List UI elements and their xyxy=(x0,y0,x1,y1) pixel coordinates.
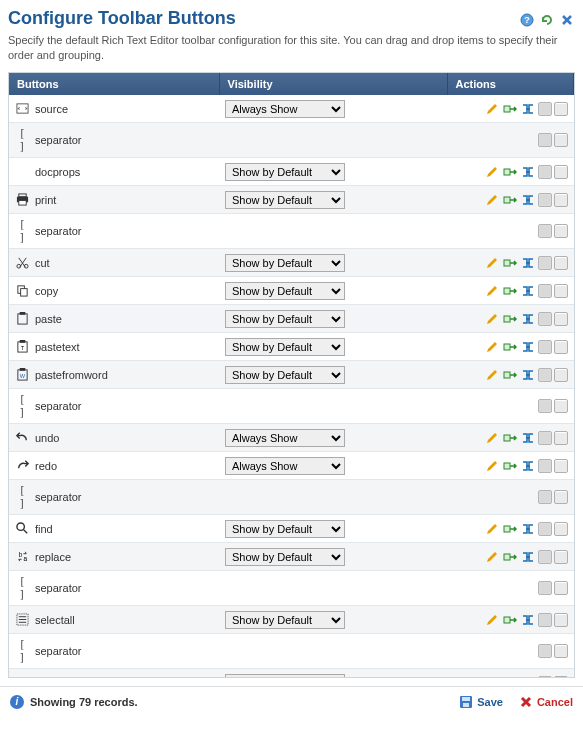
disk-icon[interactable] xyxy=(538,102,552,116)
visibility-select[interactable]: Always ShowShow by DefaultHide by Defaul… xyxy=(225,674,345,678)
move-icon[interactable] xyxy=(502,255,518,271)
edit-icon[interactable] xyxy=(484,675,500,678)
cancel-button[interactable]: Cancel xyxy=(519,695,573,709)
table-row[interactable]: [ ]separator xyxy=(9,214,574,249)
visibility-select[interactable]: Always ShowShow by DefaultHide by Defaul… xyxy=(225,366,345,384)
move-icon[interactable] xyxy=(502,283,518,299)
disk-icon[interactable] xyxy=(538,522,552,536)
close-icon[interactable] xyxy=(559,12,575,28)
move-icon[interactable] xyxy=(502,549,518,565)
visibility-select[interactable]: Always ShowShow by DefaultHide by Defaul… xyxy=(225,548,345,566)
visibility-select[interactable]: Always ShowShow by DefaultHide by Defaul… xyxy=(225,611,345,629)
move-icon[interactable] xyxy=(502,521,518,537)
edit-icon[interactable] xyxy=(484,255,500,271)
visibility-select[interactable]: Always ShowShow by DefaultHide by Defaul… xyxy=(225,282,345,300)
table-row[interactable]: TpastetextAlways ShowShow by DefaultHide… xyxy=(9,333,574,361)
group-icon[interactable] xyxy=(520,367,536,383)
check-icon[interactable] xyxy=(554,133,568,147)
edit-icon[interactable] xyxy=(484,458,500,474)
check-icon[interactable] xyxy=(554,490,568,504)
col-visibility[interactable]: Visibility xyxy=(219,73,447,95)
table-row[interactable]: printAlways ShowShow by DefaultHide by D… xyxy=(9,186,574,214)
check-icon[interactable] xyxy=(554,459,568,473)
visibility-select[interactable]: Always ShowShow by DefaultHide by Defaul… xyxy=(225,100,345,118)
edit-icon[interactable] xyxy=(484,283,500,299)
move-icon[interactable] xyxy=(502,192,518,208)
disk-icon[interactable] xyxy=(538,431,552,445)
move-icon[interactable] xyxy=(502,675,518,678)
check-icon[interactable] xyxy=(554,644,568,658)
refresh-icon[interactable] xyxy=(539,12,555,28)
edit-icon[interactable] xyxy=(484,549,500,565)
group-icon[interactable] xyxy=(520,549,536,565)
group-icon[interactable] xyxy=(520,612,536,628)
move-icon[interactable] xyxy=(502,367,518,383)
disk-icon[interactable] xyxy=(538,581,552,595)
disk-icon[interactable] xyxy=(538,165,552,179)
group-icon[interactable] xyxy=(520,255,536,271)
group-icon[interactable] xyxy=(520,430,536,446)
visibility-select[interactable]: Always ShowShow by DefaultHide by Defaul… xyxy=(225,338,345,356)
disk-icon[interactable] xyxy=(538,340,552,354)
move-icon[interactable] xyxy=(502,164,518,180)
edit-icon[interactable] xyxy=(484,101,500,117)
table-row[interactable]: sourceAlways ShowShow by DefaultHide by … xyxy=(9,95,574,123)
visibility-select[interactable]: Always ShowShow by DefaultHide by Defaul… xyxy=(225,310,345,328)
table-row[interactable]: selectallAlways ShowShow by DefaultHide … xyxy=(9,606,574,634)
group-icon[interactable] xyxy=(520,192,536,208)
disk-icon[interactable] xyxy=(538,312,552,326)
table-row[interactable]: cutAlways ShowShow by DefaultHide by Def… xyxy=(9,249,574,277)
disk-icon[interactable] xyxy=(538,399,552,413)
disk-icon[interactable] xyxy=(538,613,552,627)
group-icon[interactable] xyxy=(520,164,536,180)
check-icon[interactable] xyxy=(554,224,568,238)
move-icon[interactable] xyxy=(502,612,518,628)
move-icon[interactable] xyxy=(502,430,518,446)
move-icon[interactable] xyxy=(502,339,518,355)
group-icon[interactable] xyxy=(520,521,536,537)
group-icon[interactable] xyxy=(520,283,536,299)
visibility-select[interactable]: Always ShowShow by DefaultHide by Defaul… xyxy=(225,254,345,272)
table-row[interactable]: pasteAlways ShowShow by DefaultHide by D… xyxy=(9,305,574,333)
disk-icon[interactable] xyxy=(538,284,552,298)
table-row[interactable]: [ ]separator xyxy=(9,634,574,669)
check-icon[interactable] xyxy=(554,256,568,270)
group-icon[interactable] xyxy=(520,458,536,474)
col-buttons[interactable]: Buttons xyxy=(9,73,219,95)
edit-icon[interactable] xyxy=(484,521,500,537)
visibility-select[interactable]: Always ShowShow by DefaultHide by Defaul… xyxy=(225,191,345,209)
check-icon[interactable] xyxy=(554,193,568,207)
check-icon[interactable] xyxy=(554,340,568,354)
col-actions[interactable]: Actions xyxy=(447,73,574,95)
move-icon[interactable] xyxy=(502,101,518,117)
edit-icon[interactable] xyxy=(484,339,500,355)
table-row[interactable]: [ ]separator xyxy=(9,389,574,424)
check-icon[interactable] xyxy=(554,581,568,595)
disk-icon[interactable] xyxy=(538,224,552,238)
disk-icon[interactable] xyxy=(538,133,552,147)
check-icon[interactable] xyxy=(554,550,568,564)
check-icon[interactable] xyxy=(554,431,568,445)
group-icon[interactable] xyxy=(520,675,536,678)
table-row[interactable]: [ ]separator xyxy=(9,123,574,158)
visibility-select[interactable]: Always ShowShow by DefaultHide by Defaul… xyxy=(225,163,345,181)
disk-icon[interactable] xyxy=(538,490,552,504)
table-row[interactable]: [ ]separator xyxy=(9,480,574,515)
table-row[interactable]: copyAlways ShowShow by DefaultHide by De… xyxy=(9,277,574,305)
disk-icon[interactable] xyxy=(538,193,552,207)
visibility-select[interactable]: Always ShowShow by DefaultHide by Defaul… xyxy=(225,429,345,447)
table-row[interactable]: bareplaceAlways ShowShow by DefaultHide … xyxy=(9,543,574,571)
check-icon[interactable] xyxy=(554,676,568,678)
edit-icon[interactable] xyxy=(484,367,500,383)
table-row[interactable]: redoAlways ShowShow by DefaultHide by De… xyxy=(9,452,574,480)
table-row[interactable]: undoAlways ShowShow by DefaultHide by De… xyxy=(9,424,574,452)
check-icon[interactable] xyxy=(554,613,568,627)
edit-icon[interactable] xyxy=(484,164,500,180)
table-row[interactable]: docpropsAlways ShowShow by DefaultHide b… xyxy=(9,158,574,186)
check-icon[interactable] xyxy=(554,284,568,298)
disk-icon[interactable] xyxy=(538,550,552,564)
disk-icon[interactable] xyxy=(538,644,552,658)
disk-icon[interactable] xyxy=(538,459,552,473)
group-icon[interactable] xyxy=(520,101,536,117)
table-row[interactable]: findAlways ShowShow by DefaultHide by De… xyxy=(9,515,574,543)
